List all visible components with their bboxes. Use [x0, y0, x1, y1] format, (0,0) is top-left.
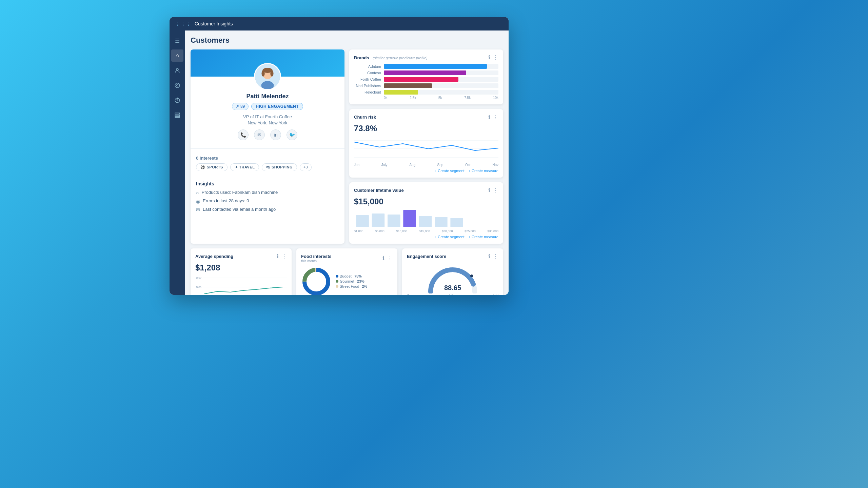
engagement-more-icon[interactable]: ⋮ — [493, 253, 498, 260]
content-area: Customers — [185, 30, 509, 295]
lifetime-card-icons: ℹ ⋮ — [488, 187, 498, 194]
twitter-icon[interactable]: 🐦 — [287, 129, 297, 140]
axis-label-0k: 0k — [384, 96, 388, 100]
food-title: Food interests — [301, 254, 332, 259]
legend-dot-streetfood — [336, 285, 338, 288]
svg-rect-19 — [388, 215, 400, 227]
sidebar-item-menu[interactable]: ☰ — [171, 35, 183, 47]
churn-card-icons: ℹ ⋮ — [488, 114, 498, 120]
svg-rect-21 — [419, 216, 432, 227]
gauge-wrap: 88.65 — [407, 263, 498, 293]
donut-wrap: Budget 75% Gourmet 23% Street Food — [301, 266, 393, 295]
spending-more-icon[interactable]: ⋮ — [281, 253, 287, 260]
tag-shopping[interactable]: 🛍 SHOPPING — [262, 163, 297, 171]
lifetime-value: $15,000 — [354, 197, 498, 206]
interests-tags: ⚽ SPORTS ✈ TRAVEL 🛍 SHOPPING + — [196, 163, 339, 171]
email-icon[interactable]: ✉ — [254, 129, 265, 140]
lifetime-create-measure[interactable]: + Create measure — [469, 235, 498, 239]
avg-spending-card: Average spending ℹ ⋮ $1,208 1500 1000 50… — [191, 248, 292, 295]
churn-chart — [354, 135, 498, 162]
more-icon[interactable]: ⋮ — [493, 54, 498, 61]
svg-point-13 — [270, 70, 273, 77]
axis-label-5k: 5k — [438, 96, 442, 100]
insights-title: Insights — [196, 181, 339, 186]
churn-card-header: Churn risk ℹ ⋮ — [354, 114, 498, 120]
create-measure-link[interactable]: + Create measure — [469, 169, 498, 173]
brand-row: Contoso — [354, 70, 498, 75]
avatar — [254, 63, 281, 90]
gauge-value: 88.65 — [444, 284, 461, 292]
food-more-icon[interactable]: ⋮ — [387, 255, 393, 261]
churn-x-axis: Jun July Aug Sep Oct Nov — [354, 163, 498, 167]
lifetime-card-header: Customer lifetime value ℹ ⋮ — [354, 187, 498, 194]
sports-icon: ⚽ — [200, 165, 205, 169]
create-segment-link[interactable]: + Create segment — [435, 169, 465, 173]
sidebar-item-data[interactable] — [171, 109, 183, 121]
score-trend-icon: ↗ — [236, 104, 239, 109]
title-bar: ⋮⋮⋮ Customer Insights — [170, 17, 509, 30]
bottom-row: Average spending ℹ ⋮ $1,208 1500 1000 50… — [191, 248, 503, 295]
lifetime-info-icon[interactable]: ℹ — [488, 187, 490, 194]
brands-card-header: Brands (similar generic predictive profi… — [354, 54, 498, 61]
sidebar-item-people[interactable] — [171, 64, 183, 77]
gauge-labels: 0 50 100 — [407, 293, 498, 295]
brand-row: Adatum — [354, 64, 498, 69]
lifetime-create-segment[interactable]: + Create segment — [435, 235, 465, 239]
brands-chart: AdatumContosoForth CoffeeNod PublishersR… — [354, 64, 498, 95]
divider-2 — [191, 174, 344, 174]
profile-badges: ↗ 89 HIGH ENGAGEMENT — [196, 103, 339, 110]
food-card-icons: ℹ ⋮ — [382, 255, 393, 261]
tag-travel[interactable]: ✈ TRAVEL — [230, 163, 259, 171]
sidebar-item-home[interactable]: ⌂ — [171, 49, 183, 62]
brand-bar — [384, 90, 418, 95]
info-icon[interactable]: ℹ — [488, 54, 490, 61]
churn-more-icon[interactable]: ⋮ — [493, 114, 498, 120]
profile-card: Patti Melendez ↗ 89 HIGH ENGAGEMENT VP o… — [191, 49, 344, 244]
spending-info-icon[interactable]: ℹ — [277, 253, 279, 260]
interests-title: 6 Interests — [196, 156, 339, 161]
churn-label-aug: Aug — [409, 163, 415, 167]
food-subtitle: this month — [301, 259, 332, 263]
brand-row: Relecloud — [354, 90, 498, 95]
profile-location: New York, New York — [196, 120, 339, 125]
svg-rect-23 — [450, 218, 463, 227]
sidebar: ☰ ⌂ — [170, 30, 185, 295]
food-info-icon[interactable]: ℹ — [382, 255, 384, 261]
engagement-card-icons: ℹ ⋮ — [488, 253, 498, 260]
sidebar-item-compass[interactable] — [171, 94, 183, 106]
engagement-title: Engagement score — [407, 254, 446, 259]
churn-info-icon[interactable]: ℹ — [488, 114, 490, 120]
svg-marker-4 — [177, 98, 178, 100]
profile-actions: 📞 ✉ in 🐦 — [196, 129, 339, 140]
engagement-card-header: Engagement score ℹ ⋮ — [407, 253, 498, 260]
legend-street-food: Street Food 2% — [336, 284, 367, 288]
food-card-header: Food interests this month ℹ ⋮ — [301, 253, 393, 263]
churn-actions: + Create segment + Create measure — [354, 169, 498, 173]
brands-card-icons: ℹ ⋮ — [488, 54, 498, 61]
svg-point-12 — [261, 70, 264, 77]
churn-label-sep: Sep — [437, 163, 443, 167]
engagement-info-icon[interactable]: ℹ — [488, 253, 490, 260]
lifetime-actions: + Create segment + Create measure — [354, 235, 498, 239]
tag-more[interactable]: +3 — [300, 163, 312, 171]
brand-row: Forth Coffee — [354, 77, 498, 82]
tag-sports[interactable]: ⚽ SPORTS — [196, 163, 228, 171]
brand-bar-wrap — [384, 77, 498, 82]
phone-icon[interactable]: 📞 — [238, 129, 249, 140]
main-layout: ☰ ⌂ — [170, 30, 509, 295]
linkedin-icon[interactable]: in — [270, 129, 281, 140]
brand-label: Nod Publishers — [354, 84, 381, 88]
profile-name: Patti Melendez — [196, 93, 339, 100]
legend-budget: Budget 75% — [336, 274, 367, 278]
travel-icon: ✈ — [235, 165, 238, 169]
axis-label-75k: 7.5k — [464, 96, 471, 100]
food-interests-card: Food interests this month ℹ ⋮ — [296, 248, 397, 295]
brand-label: Adatum — [354, 64, 381, 68]
lifetime-more-icon[interactable]: ⋮ — [493, 187, 498, 194]
svg-rect-20 — [403, 210, 416, 227]
svg-text:1500: 1500 — [196, 276, 201, 279]
sidebar-item-analytics[interactable] — [171, 79, 183, 92]
churn-value: 73.8% — [354, 124, 498, 133]
brands-axis: 0k 2.5k 5k 7.5k 10k — [384, 96, 498, 100]
svg-point-34 — [470, 274, 473, 277]
